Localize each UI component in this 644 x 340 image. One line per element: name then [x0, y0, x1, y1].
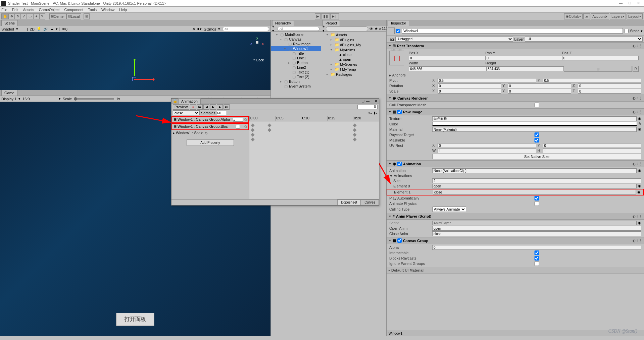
- step-button[interactable]: ▶❙: [330, 13, 339, 19]
- hierarchy-search-input[interactable]: [277, 27, 319, 31]
- close-button[interactable]: ✕: [637, 1, 640, 5]
- display-dropdown[interactable]: Display 1: [1, 97, 16, 101]
- anim-property-row[interactable]: ▸ Window1 : Scale◇: [171, 130, 249, 136]
- menu-gameobject[interactable]: GameObject: [39, 8, 60, 12]
- layers-button[interactable]: Layers ▾: [610, 13, 626, 19]
- scene-viewport[interactable]: y x z ≡ Back: [0, 32, 270, 90]
- gizmos-dropdown[interactable]: Gizmos: [204, 27, 216, 31]
- menu-component[interactable]: Component: [64, 8, 83, 12]
- anim-property-row[interactable]: ⊞ Window1 : Canvas Group.Bloc◇: [171, 123, 249, 130]
- set-native-size-button[interactable]: Set Native Size: [432, 154, 641, 159]
- preview-button[interactable]: Preview: [173, 104, 189, 110]
- curves-tab[interactable]: Curves: [361, 200, 379, 205]
- layout-button[interactable]: Layout ▾: [627, 13, 643, 19]
- frame-input[interactable]: [357, 105, 378, 109]
- last-frame-button[interactable]: ⏭: [224, 104, 230, 110]
- menu-help[interactable]: Help: [119, 8, 127, 12]
- project-item[interactable]: ▾📁Assets: [321, 32, 386, 37]
- uv-x-input[interactable]: [438, 143, 536, 148]
- open-anim-input[interactable]: [432, 226, 641, 231]
- audio-icon[interactable]: 🔊: [43, 27, 48, 31]
- account-button[interactable]: Account ▾: [591, 13, 609, 19]
- posy-input[interactable]: [485, 56, 562, 60]
- culling-dropdown[interactable]: Always Animate: [432, 207, 466, 212]
- hierarchy-item[interactable]: ▾▢Window1: [271, 46, 321, 51]
- transform-tool-icon[interactable]: ✦: [33, 13, 39, 19]
- animation-clip-input[interactable]: [432, 168, 637, 173]
- canvas-group-header[interactable]: ▼▦Canvas Group◐ ⁝ ⋮: [387, 237, 644, 244]
- project-filter-icon[interactable]: 👁: [369, 27, 373, 31]
- ignore-parent-checkbox[interactable]: [432, 261, 641, 266]
- lock-icon[interactable]: 🔒: [173, 99, 178, 103]
- menu-file[interactable]: File: [1, 8, 7, 12]
- rotate-tool-icon[interactable]: ↻: [15, 13, 21, 19]
- menu-assets[interactable]: Assets: [23, 8, 34, 12]
- menu-tools[interactable]: Tools: [88, 8, 97, 12]
- move-tool-icon[interactable]: ✥: [9, 13, 15, 19]
- anim-max-icon[interactable]: □: [371, 99, 373, 103]
- next-frame-button[interactable]: ▶: [217, 104, 223, 110]
- maskable-checkbox[interactable]: [432, 138, 641, 143]
- game-tab[interactable]: Game: [1, 90, 17, 96]
- anim-el0-input[interactable]: [432, 184, 637, 188]
- inspector-tab[interactable]: Inspector: [388, 20, 409, 26]
- posx-input[interactable]: [409, 56, 485, 60]
- menu-window[interactable]: Window: [101, 8, 114, 12]
- scene-search-input[interactable]: [222, 27, 269, 31]
- close-anim-input[interactable]: [432, 231, 641, 236]
- hierarchy-item[interactable]: ▢Line1: [271, 56, 321, 60]
- add-event-icon[interactable]: ▮₊: [374, 111, 378, 115]
- blocks-raycasts-checkbox[interactable]: [432, 256, 641, 261]
- maximize-button[interactable]: □: [629, 1, 631, 5]
- hierarchy-item[interactable]: ▾▢MainScene: [271, 32, 321, 37]
- menu-edit[interactable]: Edit: [12, 8, 18, 12]
- hidden-icon[interactable]: 👁0: [62, 27, 67, 31]
- scale-x-input[interactable]: [438, 89, 501, 94]
- open-panel-button[interactable]: 打开面板: [116, 313, 154, 326]
- hierarchy-item[interactable]: ▢Text (2): [271, 74, 321, 79]
- minimize-button[interactable]: —: [619, 1, 623, 5]
- anim-dock-icon[interactable]: ⊡: [361, 99, 364, 103]
- orientation-gizmo[interactable]: y x z: [250, 36, 264, 49]
- scale-tool-icon[interactable]: ⤢: [21, 13, 27, 19]
- hierarchy-item[interactable]: ▾▢Canvas: [271, 37, 321, 42]
- canvas-renderer-header[interactable]: ▼◉Canvas Renderer◐ ⁝ ⋮: [387, 95, 644, 102]
- pivot-local-button[interactable]: ⊡Local: [66, 13, 81, 19]
- width-input[interactable]: [409, 66, 486, 71]
- anim-close-icon[interactable]: ✕: [375, 99, 378, 103]
- dopesheet-tab[interactable]: Dopesheet: [337, 200, 361, 205]
- posz-input[interactable]: [562, 56, 639, 60]
- scale-slider[interactable]: [74, 98, 114, 100]
- interactable-checkbox[interactable]: [432, 250, 641, 255]
- snap-button[interactable]: ⊞: [84, 13, 90, 19]
- hierarchy-item[interactable]: ▢EventSystem: [271, 84, 321, 89]
- project-item[interactable]: ▸📁! MyTemp: [321, 67, 386, 72]
- default-material-header[interactable]: ▸Default UI Material: [387, 267, 644, 274]
- hierarchy-item[interactable]: ▸▢Button: [271, 79, 321, 84]
- anchor-preset-button[interactable]: center middle: [389, 51, 404, 65]
- fx-icon[interactable]: ☁: [50, 27, 54, 31]
- project-item[interactable]: ▸📁Packages: [321, 72, 386, 77]
- static-checkbox[interactable]: [624, 29, 629, 33]
- hierarchy-item[interactable]: ▢Text (1): [271, 70, 321, 74]
- project-tab[interactable]: Project: [323, 20, 340, 26]
- pivot-y-input[interactable]: [543, 78, 642, 83]
- collab-button[interactable]: ◉ Collab ▾: [564, 13, 583, 19]
- raw-button[interactable]: R: [633, 66, 639, 72]
- scene-tab[interactable]: Scene: [1, 20, 18, 26]
- raycast-checkbox[interactable]: [432, 132, 641, 137]
- rect-transform-header[interactable]: ▼⊞Rect Transform◐ ⁝ ⋮: [387, 42, 644, 49]
- layer-dropdown[interactable]: UI: [525, 37, 643, 42]
- prev-frame-button[interactable]: ◀: [203, 104, 209, 110]
- anim-property-row[interactable]: ⊞ Window1 : Canvas Group.Alpha◇: [171, 116, 249, 123]
- camera-icon[interactable]: ■▾: [197, 27, 202, 31]
- back-button[interactable]: ≡ Back: [253, 58, 264, 62]
- play-button[interactable]: ▶: [315, 13, 321, 19]
- aspect-dropdown[interactable]: 16:9: [22, 97, 30, 101]
- rot-z-input[interactable]: [578, 83, 641, 88]
- scale-z-input[interactable]: [578, 89, 641, 94]
- material-input[interactable]: [432, 127, 637, 132]
- anim-player-header[interactable]: ▼#Anim Player (Script)◐ ⁝ ⋮: [387, 213, 644, 220]
- texture-picker-icon[interactable]: ◉: [638, 116, 641, 121]
- anim-play-button[interactable]: ▶: [210, 104, 216, 110]
